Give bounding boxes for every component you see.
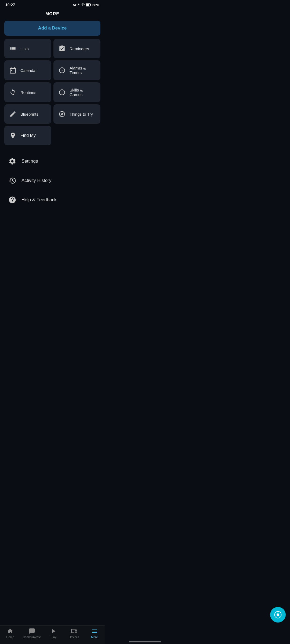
nav-home-label: Home [6,635,14,639]
status-bar: 10:27 5G⁺ 58% [0,0,105,8]
nav-devices[interactable]: Devices [66,628,82,639]
svg-rect-1 [90,4,91,6]
settings-item[interactable]: Settings [5,152,99,171]
alarm-icon [58,66,66,75]
nav-home[interactable]: Home [2,628,18,639]
lists-label: Lists [20,46,29,51]
calendar-label: Calendar [20,68,37,73]
reminders-item[interactable]: Reminders [53,39,100,58]
blueprints-icon [9,110,17,118]
reminders-label: Reminders [70,46,89,51]
time: 10:27 [5,3,15,7]
skills-games-item[interactable]: Skills & Games [53,82,100,102]
battery-icon [86,3,91,7]
status-icons: 5G⁺ 58% [73,3,99,7]
routines-icon [9,88,17,97]
calendar-item[interactable]: Calendar [4,60,51,80]
find-my-label: Find My [20,133,36,138]
list-section: Settings Activity History Help & Feedbac… [4,152,100,210]
nav-communicate-label: Communicate [23,635,41,639]
help-feedback-label: Help & Feedback [21,197,56,203]
history-icon [8,176,17,185]
activity-history-item[interactable]: Activity History [5,171,99,190]
gear-icon [8,156,17,166]
play-icon [50,628,57,634]
skills-icon [58,88,66,97]
nav-more-label: More [91,635,98,639]
main-content: Add a Device Lists Reminders Calendar [0,21,105,234]
activity-history-label: Activity History [21,178,51,183]
lists-item[interactable]: Lists [4,39,51,58]
chat-icon [29,628,35,634]
signal-icon [81,3,85,7]
routines-label: Routines [20,90,36,95]
help-icon [8,195,17,205]
blueprints-label: Blueprints [20,112,38,116]
devices-icon [71,628,77,634]
help-feedback-item[interactable]: Help & Feedback [5,190,99,210]
location-icon [9,131,17,140]
nav-play-label: Play [50,635,56,639]
nav-play[interactable]: Play [45,628,61,639]
nav-communicate[interactable]: Communicate [23,628,41,639]
menu-icon [91,628,98,634]
home-icon [7,628,13,634]
lists-icon [9,44,17,53]
reminders-icon [58,44,66,53]
svg-rect-2 [86,4,89,6]
compass-icon [58,110,66,118]
skills-games-label: Skills & Games [70,88,96,97]
page-title: MORE [0,8,105,21]
signal-text: 5G⁺ [73,3,79,7]
grid-menu: Lists Reminders Calendar Alarms & Timers [4,39,100,124]
add-device-button[interactable]: Add a Device [4,21,100,36]
alarms-timers-item[interactable]: Alarms & Timers [53,60,100,80]
things-to-try-item[interactable]: Things to Try [53,104,100,124]
blueprints-item[interactable]: Blueprints [4,104,51,124]
bottom-nav: Home Communicate Play Devices More [0,625,105,644]
find-my-item[interactable]: Find My [4,126,51,145]
nav-devices-label: Devices [69,635,79,639]
settings-label: Settings [21,159,38,164]
nav-more[interactable]: More [86,628,103,639]
routines-item[interactable]: Routines [4,82,51,102]
calendar-icon [9,66,17,75]
things-to-try-label: Things to Try [70,112,93,116]
alarms-timers-label: Alarms & Timers [70,66,96,75]
battery-text: 58% [92,3,99,7]
